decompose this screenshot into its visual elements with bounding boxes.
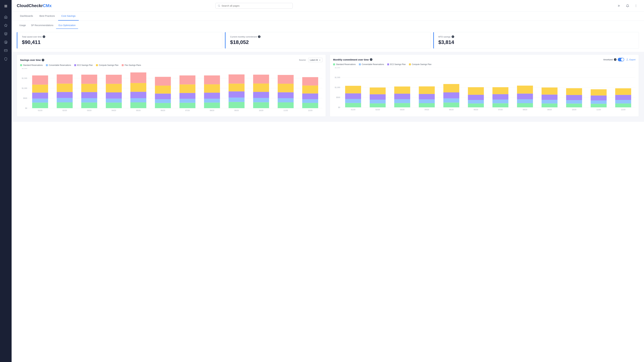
svg-rect-43	[106, 92, 122, 98]
logo: CloudCheckr CMx	[17, 3, 52, 8]
notification-icon[interactable]	[625, 3, 630, 9]
subtab-usage[interactable]: Usage	[17, 22, 28, 29]
subtab-eco-optimization[interactable]: Eco Optimization	[56, 22, 78, 29]
savings-chart-bars: $0$500$1,000$1,500$2,00001/2002/2003/200…	[20, 68, 322, 113]
svg-rect-56	[155, 86, 171, 94]
svg-text:$1,500: $1,500	[22, 77, 27, 79]
main-content: CloudCheckr CMx Dashboards	[12, 0, 644, 362]
svg-rect-144	[517, 86, 533, 94]
svg-rect-107	[345, 99, 361, 103]
svg-rect-151	[566, 104, 582, 107]
svg-rect-29	[57, 102, 72, 108]
info-icon-monthly-chart[interactable]: i	[370, 58, 372, 61]
svg-text:08/20: 08/20	[523, 109, 527, 110]
info-icon-savings-chart[interactable]: i	[42, 59, 44, 61]
amortized-toggle[interactable]	[618, 58, 624, 61]
tab-cost-savings[interactable]: Cost Savings	[58, 12, 79, 20]
monthly-legend-std: Standard Reservations	[333, 63, 356, 66]
svg-rect-65	[204, 102, 220, 108]
svg-rect-60	[180, 99, 196, 103]
monthly-legend-comp: Compute Savings Plan	[409, 63, 432, 66]
svg-text:03/20: 03/20	[400, 109, 404, 110]
svg-text:$2,000: $2,000	[22, 68, 27, 69]
svg-rect-157	[591, 100, 607, 104]
sidebar-dollar-icon[interactable]	[2, 39, 9, 46]
svg-text:05/20: 05/20	[449, 109, 454, 110]
svg-rect-61	[180, 93, 196, 99]
sidebar-layers-icon[interactable]	[2, 30, 9, 37]
svg-rect-137	[492, 100, 508, 103]
svg-rect-106	[345, 103, 361, 107]
tab-best-practices[interactable]: Best Practices	[36, 12, 58, 20]
svg-rect-86	[278, 84, 294, 92]
stats-cards-row: Total saved over time i $90,411 Current …	[12, 29, 644, 52]
svg-rect-36	[81, 98, 97, 102]
svg-text:$1,000: $1,000	[22, 87, 27, 89]
info-icon-monthly-commitment[interactable]: i	[258, 36, 260, 38]
svg-rect-119	[394, 86, 410, 94]
svg-rect-153	[566, 95, 582, 100]
search-wrapper	[216, 3, 293, 8]
source-label: Source:	[299, 59, 306, 61]
svg-rect-124	[419, 86, 435, 94]
svg-text:01/20: 01/20	[38, 110, 42, 112]
search-input[interactable]	[222, 4, 290, 7]
svg-rect-57	[155, 77, 171, 86]
legend-dot-comp	[96, 64, 98, 66]
svg-rect-91	[302, 94, 318, 99]
search-box	[216, 3, 293, 8]
back-button[interactable]	[616, 3, 622, 9]
search-icon	[218, 4, 220, 7]
savings-chart-controls: Source: Label All	[299, 58, 322, 62]
more-options-icon[interactable]	[633, 3, 639, 9]
svg-rect-136	[492, 103, 508, 107]
svg-rect-25	[32, 92, 48, 98]
svg-text:$1,500: $1,500	[335, 76, 340, 78]
svg-rect-49	[130, 92, 146, 98]
svg-rect-69	[204, 76, 220, 84]
tab-dashboards[interactable]: Dashboards	[17, 12, 36, 20]
sidebar-menu-icon[interactable]	[2, 2, 9, 10]
svg-point-10	[636, 4, 636, 5]
sidebar-shield-icon[interactable]	[2, 55, 9, 62]
legend-item-flex-sp: Flex Savings Plans	[122, 64, 141, 66]
svg-text:$2,000: $2,000	[335, 68, 340, 68]
legend-dot-flex	[122, 64, 124, 66]
svg-rect-67	[204, 93, 220, 99]
svg-rect-154	[566, 88, 582, 95]
svg-rect-141	[517, 103, 533, 107]
savings-chart-title: Savings over time i	[20, 58, 44, 61]
svg-rect-38	[81, 84, 97, 92]
svg-rect-6	[4, 50, 7, 52]
info-icon-total-saved[interactable]: i	[43, 36, 45, 38]
source-dropdown[interactable]: Label All	[308, 58, 322, 62]
svg-rect-114	[370, 88, 386, 94]
subtab-sp-recommendations[interactable]: SP Recommendations	[28, 22, 56, 29]
sidebar-star-icon[interactable]	[2, 22, 9, 29]
sidebar-home-icon[interactable]	[2, 14, 9, 20]
savings-chart-header: Savings over time i Source: Label All	[20, 58, 322, 62]
svg-rect-55	[155, 94, 171, 99]
svg-rect-133	[468, 95, 484, 100]
svg-rect-45	[106, 75, 122, 84]
svg-rect-79	[253, 92, 269, 98]
export-button[interactable]: Export	[626, 58, 636, 61]
svg-rect-127	[444, 98, 459, 102]
svg-rect-53	[155, 103, 171, 108]
logo-dark: CloudCheckr	[17, 3, 43, 8]
svg-text:06/20: 06/20	[474, 109, 478, 110]
svg-text:11/20: 11/20	[283, 110, 288, 112]
svg-rect-89	[302, 103, 318, 108]
svg-rect-109	[345, 86, 361, 93]
svg-rect-158	[591, 96, 607, 100]
svg-text:11/20: 11/20	[596, 109, 601, 110]
monthly-legend-dot-comp	[409, 64, 411, 65]
svg-text:06/20: 06/20	[161, 110, 165, 112]
stat-value-total-saved: $90,411	[22, 39, 218, 45]
svg-rect-148	[542, 95, 558, 100]
sidebar-billing-icon[interactable]	[2, 47, 9, 54]
stat-label-total-saved: Total saved over time i	[22, 36, 218, 38]
svg-rect-162	[615, 100, 631, 104]
info-icon-amortized[interactable]: i	[614, 58, 616, 61]
info-icon-mtd-savings[interactable]: i	[452, 36, 454, 38]
